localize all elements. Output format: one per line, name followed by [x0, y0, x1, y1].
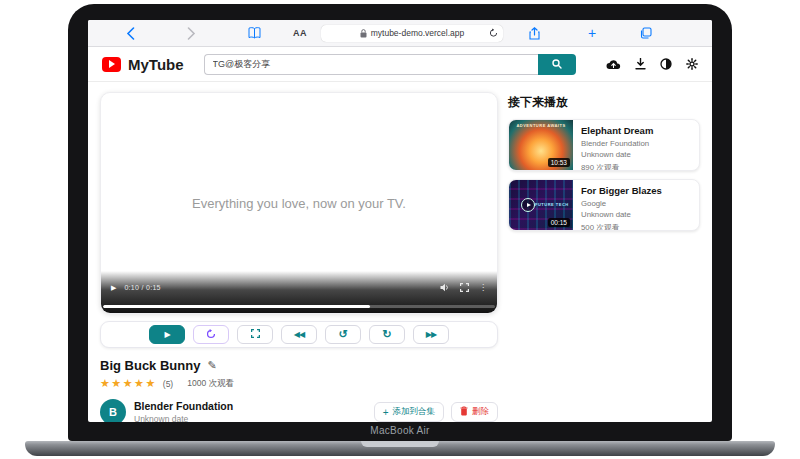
mytube-logo-icon[interactable]: [102, 57, 121, 72]
item-date: Unknown date: [581, 210, 662, 219]
player-message: Everything you love, now on your TV.: [101, 196, 497, 211]
app-header: MyTube: [88, 47, 712, 82]
search-bar: [204, 54, 576, 75]
tabs-icon[interactable]: [640, 27, 652, 39]
trash-icon: [460, 406, 468, 418]
thumbnail-1[interactable]: ADVENTURE AWAITS 10:53: [509, 120, 573, 170]
player-control-bar: ▶ ◀◀ ↺ ↻ ▶▶: [100, 321, 498, 348]
item-channel: Google: [581, 199, 662, 208]
star-rating[interactable]: ★★★★★: [100, 377, 157, 390]
delete-button[interactable]: 删除: [451, 402, 498, 422]
item-views: 500 次观看: [581, 222, 662, 232]
back-icon[interactable]: [126, 27, 135, 40]
thumbnail-2[interactable]: FUTURE TECH 00:15: [509, 180, 573, 230]
channel-name[interactable]: Blender Foundation: [134, 400, 233, 412]
duration-badge: 10:53: [548, 158, 570, 167]
macbook-base: [25, 441, 775, 456]
view-count: 1000 次观看: [187, 378, 234, 390]
native-fullscreen-icon[interactable]: [460, 283, 469, 292]
lock-icon: [360, 29, 367, 38]
play-button[interactable]: ▶: [149, 325, 185, 344]
skip-back-button[interactable]: ↺: [325, 325, 361, 344]
header-icons: [606, 58, 698, 70]
more-options-icon[interactable]: ⋮: [479, 283, 487, 292]
search-input[interactable]: [204, 54, 538, 75]
native-play-icon[interactable]: ▶: [111, 284, 116, 292]
item-title[interactable]: Elephant Dream: [581, 125, 653, 136]
rewind-button[interactable]: ◀◀: [281, 325, 317, 344]
edit-title-icon[interactable]: ✎: [207, 359, 216, 372]
upload-date: Unknown date: [134, 414, 233, 422]
thumb-play-icon: [521, 198, 535, 212]
search-button[interactable]: [538, 54, 576, 75]
theme-toggle-icon[interactable]: [660, 58, 672, 70]
url-text: mytube-demo.vercel.app: [371, 28, 465, 38]
item-channel: Blender Foundation: [581, 139, 653, 148]
skip-forward-button[interactable]: ↻: [369, 325, 405, 344]
video-title: Big Buck Bunny: [100, 358, 200, 373]
loop-button[interactable]: [193, 325, 229, 344]
rating-count: (5): [163, 379, 173, 389]
native-controls: ▶ 0:10 / 0:15 ⋮: [101, 271, 497, 313]
fullscreen-button[interactable]: [237, 325, 273, 344]
time-display: 0:10 / 0:15: [124, 284, 160, 291]
volume-icon[interactable]: [440, 283, 450, 292]
reader-aa-button[interactable]: AA: [293, 28, 307, 38]
brand-name[interactable]: MyTube: [128, 56, 184, 73]
progress-bar[interactable]: [103, 305, 495, 309]
plus-icon: +: [383, 407, 389, 418]
macbook-base-notch: [361, 441, 439, 447]
up-next-item-2[interactable]: FUTURE TECH 00:15 For Bigger Blazes Goog…: [508, 179, 700, 231]
new-tab-icon[interactable]: +: [588, 26, 596, 40]
up-next-item-1[interactable]: ADVENTURE AWAITS 10:53 Elephant Dream Bl…: [508, 119, 700, 171]
reload-icon[interactable]: [489, 28, 498, 38]
reading-list-icon[interactable]: [248, 27, 261, 39]
fast-forward-button[interactable]: ▶▶: [413, 325, 449, 344]
video-player[interactable]: Everything you love, now on your TV. ▶ 0…: [100, 92, 498, 314]
channel-row: B Blender Foundation Unknown date + 添加到合…: [100, 399, 498, 422]
add-to-collection-button[interactable]: + 添加到合集: [374, 402, 444, 422]
up-next-sidebar: 接下来播放 ADVENTURE AWAITS 10:53 Elephant Dr…: [508, 92, 700, 422]
duration-badge: 00:15: [548, 218, 570, 227]
cloud-upload-icon[interactable]: [606, 59, 621, 70]
channel-avatar[interactable]: B: [100, 399, 126, 422]
item-title[interactable]: For Bigger Blazes: [581, 185, 662, 196]
progress-fill: [103, 305, 370, 309]
screen: AA mytube-demo.vercel.app + MyTube: [88, 20, 712, 422]
fullscreen-icon: [251, 329, 260, 340]
item-views: 890 次观看: [581, 162, 653, 172]
settings-gear-icon[interactable]: [686, 58, 698, 70]
browser-toolbar: AA mytube-demo.vercel.app +: [88, 20, 712, 47]
page-content: Everything you love, now on your TV. ▶ 0…: [88, 82, 712, 422]
url-bar[interactable]: mytube-demo.vercel.app: [321, 25, 503, 42]
forward-icon[interactable]: [187, 27, 196, 40]
item-date: Unknown date: [581, 150, 653, 159]
main-column: Everything you love, now on your TV. ▶ 0…: [100, 92, 498, 422]
device-label: MacBook Air: [0, 425, 800, 436]
share-icon[interactable]: [529, 27, 540, 40]
up-next-heading: 接下来播放: [508, 94, 700, 111]
search-icon: [552, 57, 562, 72]
loop-icon: [206, 329, 216, 341]
download-icon[interactable]: [635, 58, 646, 70]
